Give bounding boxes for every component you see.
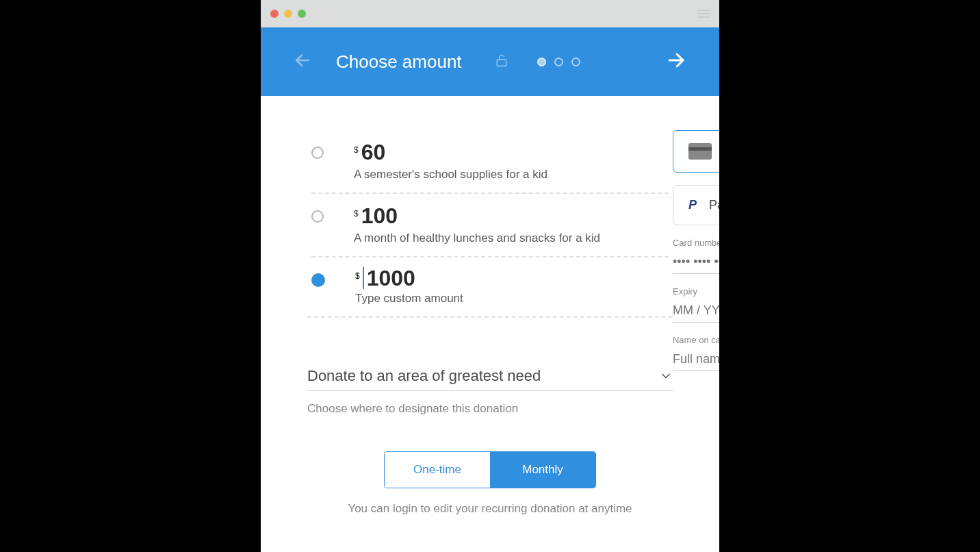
amount-view: $60 A semester's school supplies for a k… [307, 130, 673, 516]
designation-value: Donate to an area of greatest need [307, 367, 541, 385]
window-chrome [261, 0, 719, 27]
arrow-left-icon [294, 51, 311, 69]
paymethod-card[interactable]: Credit card [673, 130, 719, 173]
designation-select[interactable]: Donate to an area of greatest need [307, 367, 673, 391]
currency-symbol: $ [354, 209, 359, 218]
back-button[interactable] [294, 51, 311, 72]
chevron-down-icon [659, 369, 673, 383]
traffic-lights [270, 10, 306, 18]
step-title: Choose amount [336, 51, 462, 73]
app-window: Choose amount $60 A semester's [261, 0, 719, 552]
frequency-hint: You can login to edit your recurring don… [307, 502, 673, 516]
currency-symbol: $ [355, 271, 360, 281]
content-area: $60 A semester's school supplies for a k… [261, 96, 719, 552]
header-left: Choose amount [294, 51, 580, 73]
arrow-right-icon [666, 50, 686, 71]
svg-rect-1 [497, 60, 506, 66]
credit-card-icon [688, 143, 712, 160]
next-button[interactable] [666, 50, 686, 73]
radio-icon [311, 273, 325, 287]
pager-step-3 [571, 58, 580, 66]
radio-icon [311, 147, 324, 159]
card-name-field: Name on card [673, 335, 719, 371]
field-label: Card number [673, 238, 719, 248]
amount-value: 100 [361, 203, 398, 229]
amount-description: A month of healthy lunches and snacks fo… [354, 231, 600, 245]
amount-option-custom[interactable]: $ 1000 Type custom amount [311, 256, 669, 316]
currency-symbol: $ [354, 145, 359, 155]
payment-view: Credit card P PayPal Card number Expiry … [673, 130, 719, 516]
amount-option-60[interactable]: $60 A semester's school supplies for a k… [311, 130, 669, 192]
card-number-field: Card number [673, 238, 719, 274]
minimize-dot[interactable] [284, 10, 292, 18]
field-label: Expiry [673, 286, 719, 297]
custom-amount-input[interactable]: 1000 [363, 267, 415, 289]
card-expiry-input[interactable] [673, 299, 719, 323]
amount-option-100[interactable]: $100 A month of healthy lunches and snac… [311, 192, 669, 256]
frequency-onetime[interactable]: One-time [385, 452, 490, 488]
pager-step-2 [554, 58, 563, 66]
close-dot[interactable] [270, 10, 279, 18]
paymethod-label: PayPal [709, 198, 719, 212]
step-pager [537, 58, 580, 66]
frequency-monthly[interactable]: Monthly [490, 452, 595, 488]
amount-list: $60 A semester's school supplies for a k… [307, 130, 673, 318]
field-label: Name on card [673, 335, 719, 345]
fullscreen-dot[interactable] [298, 10, 306, 18]
amount-value: 60 [361, 140, 386, 165]
checkout-header: Choose amount [261, 27, 719, 96]
lock-icon [495, 52, 508, 71]
pager-step-1 [537, 58, 546, 66]
card-name-input[interactable] [673, 348, 719, 371]
amount-description: Type custom amount [355, 292, 463, 305]
designation-hint: Choose where to designate this donation [307, 402, 673, 416]
paypal-icon: P [688, 198, 697, 212]
card-expiry-field: Expiry [673, 286, 719, 323]
paymethod-paypal[interactable]: P PayPal [673, 185, 719, 225]
menu-icon[interactable] [697, 10, 710, 18]
card-number-input[interactable] [673, 251, 719, 274]
radio-icon [311, 210, 324, 223]
amount-description: A semester's school supplies for a kid [354, 168, 547, 181]
frequency-toggle: One-time Monthly [384, 451, 596, 488]
